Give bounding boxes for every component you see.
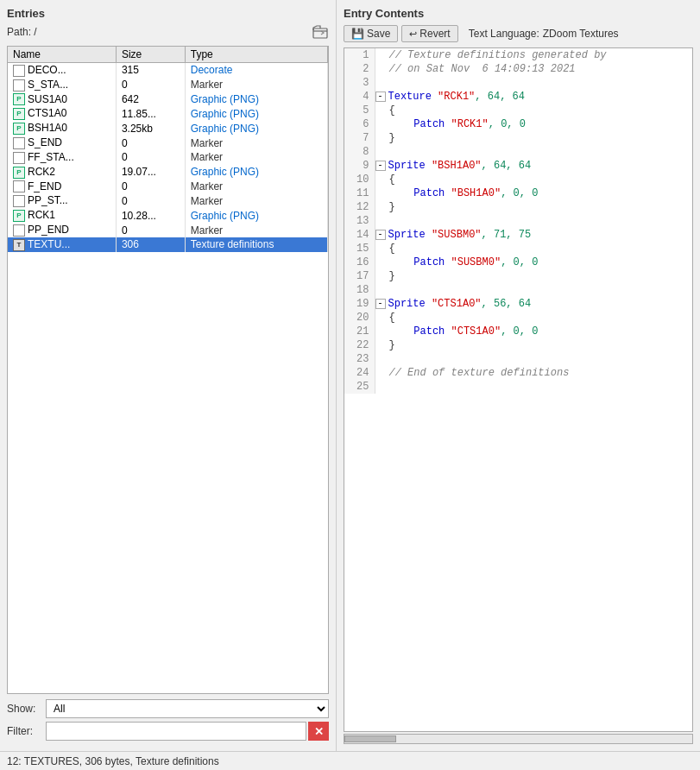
entry-type-cell: Graphic (PNG)	[185, 208, 327, 223]
line-number: 7	[344, 131, 375, 145]
code-token: Patch	[389, 325, 451, 338]
entries-title: Entries	[7, 7, 329, 20]
line-number: 22	[344, 338, 375, 352]
code-line-content[interactable]: Patch "SUSBM0", 0, 0	[375, 256, 692, 269]
code-line-content[interactable]: }	[375, 131, 692, 145]
fold-button[interactable]: -	[375, 299, 386, 309]
entry-name-cell: DECO...	[8, 63, 116, 78]
code-line-content[interactable]: Patch "CTS1A0", 0, 0	[375, 325, 692, 338]
code-line-content[interactable]: // End of texture definitions	[375, 366, 692, 380]
code-line-row: 10{	[344, 173, 692, 186]
code-token: }	[389, 269, 395, 283]
code-line-content[interactable]: -Texture "RCK1", 64, 64	[375, 90, 692, 104]
fold-button[interactable]: -	[375, 92, 386, 102]
code-line-content[interactable]: Patch "BSH1A0", 0, 0	[375, 186, 692, 200]
code-line-content[interactable]: Patch "RCK1", 0, 0	[375, 117, 692, 131]
code-token: "BSH1A0"	[451, 186, 501, 200]
show-select[interactable]: AllMarkersGraphicsTextures	[46, 699, 329, 718]
table-row[interactable]: S_END0Marker	[8, 136, 328, 150]
code-line-content[interactable]: {	[375, 104, 692, 117]
table-row[interactable]: DECO...315Decorate	[8, 63, 328, 78]
table-row[interactable]: F_END0Marker	[8, 180, 328, 194]
line-number: 9	[344, 159, 375, 173]
table-row[interactable]: PBSH1A03.25kbGraphic (PNG)	[8, 121, 328, 136]
entries-table-container[interactable]: Name Size Type DECO...315DecorateS_STA..…	[7, 46, 329, 694]
horizontal-scrollbar[interactable]	[344, 734, 693, 744]
code-line-content[interactable]: -Sprite "BSH1A0", 64, 64	[375, 159, 692, 173]
code-line-row: 2// on Sat Nov 6 14:09:13 2021	[344, 62, 692, 76]
code-token: Patch	[389, 256, 451, 269]
revert-icon: ↩	[409, 28, 417, 40]
code-line-content[interactable]: }	[375, 269, 692, 283]
code-table: 1// Texture definitions generated by2// …	[344, 48, 692, 394]
code-line-row: 25	[344, 380, 692, 394]
code-line-row: 19-Sprite "CTS1A0", 56, 64	[344, 297, 692, 311]
entry-type-cell: Marker	[185, 193, 327, 208]
code-line-content[interactable]	[375, 145, 692, 159]
table-row[interactable]: PRCK219.07...Graphic (PNG)	[8, 165, 328, 180]
filter-input[interactable]	[46, 722, 306, 741]
path-go-icon[interactable]	[312, 23, 329, 41]
code-line-content[interactable]: {	[375, 242, 692, 256]
code-line-content[interactable]: {	[375, 311, 692, 325]
entry-icon-marker	[13, 137, 25, 149]
code-line-content[interactable]: }	[375, 200, 692, 214]
entry-name-label: SUS1A0	[28, 93, 67, 105]
entry-size-cell: 306	[116, 237, 185, 252]
code-line-content[interactable]	[375, 352, 692, 366]
filter-clear-button[interactable]: ✕	[308, 722, 329, 741]
line-number: 6	[344, 117, 375, 131]
code-token: }	[389, 200, 395, 214]
code-token: , 64, 64	[475, 90, 525, 104]
code-line-row: 21 Patch "CTS1A0", 0, 0	[344, 325, 692, 338]
code-line-row: 24// End of texture definitions	[344, 366, 692, 380]
table-row[interactable]: S_STA...0Marker	[8, 78, 328, 92]
toolbar-row: 💾 Save ↩ Revert Text Language: ZDoom Tex…	[344, 25, 693, 42]
table-row[interactable]: FF_STA...0Marker	[8, 150, 328, 165]
code-line-content[interactable]: -Sprite "SUSBM0", 71, 75	[375, 228, 692, 242]
code-container[interactable]: 1// Texture definitions generated by2// …	[344, 47, 693, 732]
code-line-content[interactable]	[375, 283, 692, 297]
entry-name-label: F_END	[28, 180, 61, 192]
fold-button[interactable]: -	[375, 161, 386, 171]
code-token: "RCK1"	[438, 90, 475, 104]
code-token: Sprite	[388, 297, 432, 311]
entry-name-cell: S_END	[8, 136, 116, 150]
table-row[interactable]: PCTS1A011.85...Graphic (PNG)	[8, 106, 328, 121]
code-token: {	[389, 242, 395, 256]
code-line-content[interactable]	[375, 380, 692, 394]
entry-name-cell: S_STA...	[8, 78, 116, 92]
entry-size-cell: 11.85...	[116, 106, 185, 121]
table-row[interactable]: TTEXTU...306Texture definitions	[8, 237, 328, 252]
code-line-content[interactable]: -Sprite "CTS1A0", 56, 64	[375, 297, 692, 311]
code-token: {	[389, 173, 395, 186]
revert-button[interactable]: ↩ Revert	[401, 25, 457, 42]
code-line-content[interactable]: }	[375, 338, 692, 352]
code-line-content[interactable]: {	[375, 173, 692, 186]
code-token: // Texture definitions generated by	[389, 48, 607, 62]
code-line-content[interactable]	[375, 214, 692, 228]
code-line-row: 17}	[344, 269, 692, 283]
line-number: 16	[344, 256, 375, 269]
table-row[interactable]: PP_END0Marker	[8, 223, 328, 237]
entry-name-label: S_END	[28, 136, 62, 148]
code-token: {	[389, 311, 395, 325]
table-row[interactable]: PRCK110.28...Graphic (PNG)	[8, 208, 328, 223]
code-line-content[interactable]: // Texture definitions generated by	[375, 48, 692, 62]
entry-type-cell: Graphic (PNG)	[185, 165, 327, 180]
code-token: Sprite	[388, 159, 432, 173]
save-button[interactable]: 💾 Save	[344, 25, 398, 42]
table-row[interactable]: PSUS1A0642Graphic (PNG)	[8, 92, 328, 107]
entry-size-cell: 19.07...	[116, 165, 185, 180]
line-number: 24	[344, 366, 375, 380]
table-row[interactable]: PP_ST...0Marker	[8, 193, 328, 208]
entry-name-label: CTS1A0	[28, 107, 66, 119]
entry-type-cell: Decorate	[185, 63, 327, 78]
entry-name-cell: F_END	[8, 180, 116, 194]
code-token: "SUSBM0"	[451, 256, 501, 269]
code-line-content[interactable]	[375, 76, 692, 90]
code-line-content[interactable]: // on Sat Nov 6 14:09:13 2021	[375, 62, 692, 76]
entry-name-label: RCK2	[28, 166, 55, 178]
scrollbar-thumb[interactable]	[344, 735, 396, 742]
fold-button[interactable]: -	[375, 230, 386, 240]
